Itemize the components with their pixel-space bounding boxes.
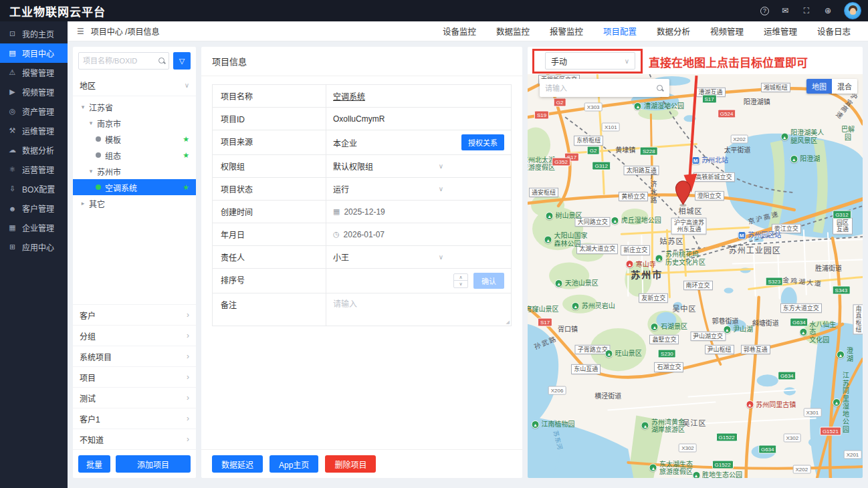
tree-node[interactable]: 模板★	[73, 131, 196, 147]
footer-button[interactable]: App主页	[269, 455, 318, 473]
status-dot	[96, 136, 101, 142]
authorize-button[interactable]: 授权关系	[461, 134, 504, 150]
sidebar-item-alarm[interactable]: ⚠报警管理	[0, 63, 68, 82]
sidebar-item-label: BOX配置	[22, 183, 55, 195]
map-poi: ▲东太湖生态 旅游度假区	[649, 460, 693, 475]
sidebar-item-enterprise[interactable]: ▦企业管理	[0, 218, 68, 237]
scenic-icon: ▲	[790, 155, 798, 163]
tree-node[interactable]: ▾江苏省	[73, 99, 196, 115]
select-control[interactable]: 小王∨	[333, 251, 443, 263]
map-layer-button[interactable]: 混合	[832, 79, 857, 94]
project-search-box[interactable]	[78, 52, 169, 70]
sidebar-item-asset[interactable]: ◎资产管理	[0, 102, 68, 121]
footer-button[interactable]: 数据延迟	[212, 455, 263, 473]
tree-node[interactable]: ▾苏州市	[73, 163, 196, 179]
filter-button[interactable]: ▽	[173, 52, 191, 70]
project-name-link[interactable]: 空调系统	[333, 90, 365, 102]
sidebar-item-box-config[interactable]: ⇩BOX配置	[0, 179, 68, 199]
select-control[interactable]: 运行∨	[333, 183, 443, 195]
quantity-stepper[interactable]: ∧∨	[453, 273, 468, 288]
star-icon[interactable]: ★	[183, 183, 189, 192]
tree-node[interactable]: 组态★	[73, 147, 196, 163]
map-search-input[interactable]	[545, 84, 656, 92]
tree-section-分组[interactable]: 分组›	[73, 326, 196, 346]
step-down-icon[interactable]: ∨	[454, 281, 467, 287]
scenic-icon: ▲	[546, 212, 554, 220]
map-label: 吴中区	[672, 304, 696, 313]
sidebar-item-label: 项目中心	[22, 47, 54, 59]
map-poi-label: 树山景区	[556, 212, 582, 220]
resize-handle[interactable]: ◢	[506, 320, 510, 325]
remark-textarea[interactable]	[333, 297, 504, 322]
cloud-icon: ☁	[8, 146, 17, 154]
landmark-icon: ▲	[746, 400, 754, 408]
topnav-item[interactable]: 视频管理	[710, 25, 744, 37]
star-icon[interactable]: ★	[183, 135, 189, 144]
topnav-item[interactable]: 报警监控	[550, 25, 583, 37]
map-canvas[interactable]: 无锡新区立交湘城枢纽漕湖互通东桥枢纽太阳路互通通安枢纽黄桥立交高铁新城立交澄阳立…	[528, 74, 863, 478]
delete-project-button[interactable]: 删除项目	[325, 455, 376, 473]
map-poi: ▲江苏同里 湿地公园	[833, 372, 853, 433]
tree-expander-icon[interactable]: ▾	[88, 120, 94, 126]
topnav-item[interactable]: 项目配置	[603, 25, 637, 37]
map-label: 姑苏区	[659, 237, 683, 246]
tree-section-不知道[interactable]: 不知道›	[73, 429, 196, 450]
step-up-icon[interactable]: ∧	[454, 274, 467, 281]
tree-expander-icon[interactable]: ▾	[88, 168, 94, 174]
sidebar-item-app-center[interactable]: ⊞应用中心	[0, 237, 68, 257]
user-avatar[interactable]	[844, 2, 861, 19]
map-label: 吴江区	[682, 418, 706, 427]
map-layer-button[interactable]: 地图	[806, 79, 832, 94]
status-dot	[96, 152, 101, 158]
map-poi-label: 澄湖	[847, 347, 854, 362]
sidebar-item-home[interactable]: ⊡我的主页	[0, 24, 68, 43]
tree-expander-icon[interactable]: ▸	[80, 200, 86, 207]
sidebar-item-data-analysis[interactable]: ☁数据分析	[0, 140, 68, 160]
map-label: 友新立交	[639, 293, 668, 302]
fullscreen-icon[interactable]: ⛶	[801, 5, 812, 16]
mode-select[interactable]: 手动 ∨	[545, 52, 635, 70]
add-project-button[interactable]: 添加项目	[116, 455, 191, 473]
confirm-button[interactable]: 确认	[473, 273, 504, 289]
tree-expander-icon[interactable]: ▾	[80, 104, 86, 110]
select-control[interactable]: 默认权限组∨	[333, 160, 443, 172]
sidebar-item-customer[interactable]: ☻客户管理	[0, 199, 68, 218]
map-search-box[interactable]	[540, 79, 669, 97]
tree-section-系统项目[interactable]: 系统项目›	[73, 346, 196, 367]
section-label: 不知道	[80, 434, 104, 445]
sidebar-item-project-center[interactable]: ▤项目中心	[0, 43, 68, 63]
topnav-item[interactable]: 数据监控	[496, 25, 530, 37]
help-icon[interactable]: ?	[760, 7, 769, 15]
region-section-header[interactable]: 地区 ∨	[73, 75, 196, 96]
mail-icon[interactable]: ✉	[780, 5, 790, 16]
topnav-item[interactable]: 设备日志	[817, 25, 851, 37]
number-input[interactable]: ∧∨确认	[333, 273, 504, 289]
topnav-item[interactable]: 设备监控	[443, 25, 476, 37]
map-label: 胥口镇	[558, 326, 578, 334]
menu-toggle-icon[interactable]: ☰	[68, 27, 91, 36]
search-icon	[656, 84, 664, 92]
tree-section-项目[interactable]: 项目›	[73, 367, 196, 388]
topnav-item[interactable]: 数据分析	[657, 25, 690, 37]
topnav-item[interactable]: 运维管理	[764, 25, 797, 37]
tree-node[interactable]: 空调系统★	[73, 179, 196, 195]
tree-section-客户1[interactable]: 客户1›	[73, 408, 196, 429]
field-value: 小王∨	[326, 246, 511, 268]
star-icon[interactable]: ★	[183, 151, 189, 160]
tree-section-客户[interactable]: 客户›	[73, 305, 196, 326]
monitor-icon: ⊡	[8, 29, 17, 38]
map-label: 斜塘街道	[752, 320, 779, 328]
batch-button[interactable]: 批量	[78, 455, 110, 473]
field-value: OxolluCmymR	[326, 108, 511, 130]
globe-icon[interactable]: ⊕	[823, 5, 833, 16]
field-label: 项目来源	[213, 130, 326, 154]
project-search-input[interactable]	[83, 57, 158, 65]
sidebar-item-video[interactable]: ▶视频管理	[0, 82, 68, 102]
scenic-icon: ▲	[655, 254, 663, 262]
tree-node[interactable]: ▸其它	[73, 195, 196, 211]
map-poi-label: 苏州桃花坞 历史文化片区	[665, 251, 706, 266]
sidebar-item-operation[interactable]: ⚛运营管理	[0, 160, 68, 179]
tree-section-测试[interactable]: 测试›	[73, 388, 196, 408]
tree-node[interactable]: ▾南京市	[73, 115, 196, 131]
sidebar-item-maintenance[interactable]: ⚒运维管理	[0, 121, 68, 140]
